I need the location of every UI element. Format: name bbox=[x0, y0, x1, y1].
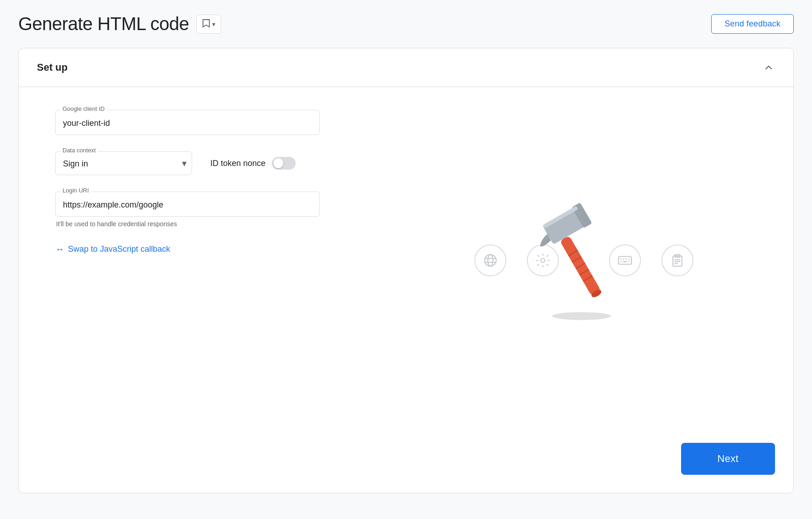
svg-point-1 bbox=[488, 254, 493, 266]
setup-label: Set up bbox=[37, 62, 68, 73]
header-left: Generate HTML code ▾ bbox=[18, 14, 221, 34]
data-context-label: Data context bbox=[61, 147, 98, 154]
page-title: Generate HTML code bbox=[18, 14, 189, 34]
login-uri-label: Login URI bbox=[61, 187, 91, 194]
card-header: Set up bbox=[19, 48, 793, 87]
next-button[interactable]: Next bbox=[681, 443, 775, 475]
chevron-down-icon: ▾ bbox=[212, 21, 215, 28]
illustration-container bbox=[447, 171, 721, 354]
card-body: Google client ID Data context Sign in Si… bbox=[19, 87, 793, 443]
svg-point-15 bbox=[552, 312, 611, 320]
form-section: Google client ID Data context Sign in Si… bbox=[55, 110, 375, 415]
hammer-illustration bbox=[534, 194, 634, 322]
illustration-section bbox=[393, 110, 775, 415]
id-token-nonce-group: ID token nonce bbox=[210, 157, 296, 170]
row-fields: Data context Sign in Sign up Sign out ▾ … bbox=[55, 151, 375, 175]
swap-to-javascript-callback-link[interactable]: ↔ Swap to JavaScript callback bbox=[55, 244, 170, 254]
login-uri-field: Login URI bbox=[55, 192, 375, 217]
google-client-id-field: Google client ID bbox=[55, 110, 375, 135]
google-client-id-label: Google client ID bbox=[61, 105, 107, 112]
toggle-thumb bbox=[273, 158, 283, 168]
data-context-select[interactable]: Sign in Sign up Sign out bbox=[55, 151, 192, 175]
bookmark-button[interactable]: ▾ bbox=[196, 15, 221, 34]
swap-link-label: Swap to JavaScript callback bbox=[68, 244, 170, 254]
page-header: Generate HTML code ▾ Send feedback bbox=[18, 14, 794, 34]
id-token-nonce-toggle[interactable] bbox=[272, 157, 296, 170]
id-token-nonce-label: ID token nonce bbox=[210, 159, 265, 168]
login-uri-hint: It'll be used to handle credential respo… bbox=[56, 220, 375, 228]
google-client-id-input[interactable] bbox=[55, 110, 320, 135]
main-card: Set up Google client ID Data context Sig… bbox=[18, 48, 794, 493]
swap-icon: ↔ bbox=[55, 244, 64, 254]
svg-point-0 bbox=[484, 254, 496, 266]
data-context-field: Data context Sign in Sign up Sign out ▾ bbox=[55, 151, 192, 175]
collapse-button[interactable] bbox=[762, 61, 775, 74]
globe-icon-circle bbox=[474, 244, 506, 276]
card-footer: Next bbox=[19, 443, 793, 493]
clipboard-icon-circle bbox=[661, 244, 693, 276]
bookmark-icon bbox=[202, 19, 210, 30]
login-uri-input[interactable] bbox=[55, 192, 320, 217]
login-uri-wrapper: Login URI It'll be used to handle creden… bbox=[55, 192, 375, 228]
send-feedback-button[interactable]: Send feedback bbox=[711, 14, 794, 34]
